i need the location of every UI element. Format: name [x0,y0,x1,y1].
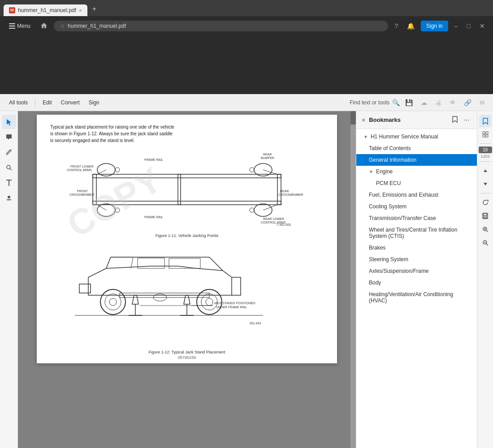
svg-text:7-301-003: 7-301-003 [277,223,291,226]
svg-point-48 [109,298,117,306]
svg-line-8 [10,168,12,170]
page-total: 1203 [480,154,489,159]
svg-point-39 [115,168,120,172]
tab-favicon [9,7,15,13]
svg-rect-5 [9,26,15,26]
tab-bar: hummer_h1_manuel.pdf × + [0,0,493,16]
scroll-up-button[interactable] [479,164,492,177]
bookmarks-list: ▼ H1 Hummer Service Manual Table of Cont… [356,129,477,448]
text-tool-button[interactable] [2,176,16,190]
help-button[interactable]: ? [392,21,401,31]
minimize-button[interactable]: – [452,21,461,31]
tab-title: hummer_h1_manuel.pdf [18,7,76,13]
address-bar: Menu ☆ hummer_h1_manuel.pdf ? 🔔 Sign in … [0,16,493,36]
sign-button[interactable]: Sign [85,98,103,108]
browser-chrome: hummer_h1_manuel.pdf × + Menu ☆ hummer_h… [0,0,493,94]
home-button[interactable] [38,20,50,32]
pdf-scrollbar-thumb[interactable] [350,111,356,125]
window-close-button[interactable]: ✕ [477,21,488,31]
bookmarks-panel: × Bookmarks ⋯ ▼ H1 Hummer Service Manual… [356,111,477,448]
svg-line-23 [97,205,106,210]
bookmark-general-information[interactable]: General Information [356,154,477,166]
bookmark-hvac[interactable]: Heating/Ventilation/Air Conditioning (HV… [356,289,477,306]
find-bar: Find text or tools 🔍 💾 ☁ 🖨 👁 🔗 ✉ [350,97,488,108]
link-button[interactable]: 🔗 [461,97,474,108]
all-tools-button[interactable]: All tools [5,98,31,108]
bookmark-body[interactable]: Body [356,277,477,289]
svg-point-7 [7,165,10,169]
edit-button[interactable]: Edit [39,98,56,108]
page-number: 05745159 [178,355,196,360]
sign-in-button[interactable]: Sign in [421,21,448,31]
left-sidebar [0,111,18,448]
cloud-save-button[interactable]: ☁ [418,97,430,108]
root-chevron-icon: ▼ [363,134,368,139]
restore-button[interactable]: □ [464,21,473,31]
bookmark-toc[interactable]: Table of Contents [356,142,477,154]
svg-rect-4 [9,23,15,24]
tab-close-button[interactable]: × [79,8,82,13]
svg-rect-2 [10,10,14,10]
svg-text:CROSSMEMBER: CROSSMEMBER [278,193,303,196]
svg-text:UNDER FRAME RAIL: UNDER FRAME RAIL [216,306,247,309]
share-button[interactable]: ✉ [477,97,488,108]
menu-button[interactable]: Menu [5,21,34,31]
print-button[interactable]: 🖨 [432,97,444,108]
pdf-scrollbar[interactable] [350,111,356,448]
draw-tool-button[interactable] [2,145,16,159]
bookmarks-panel-button[interactable] [479,115,492,127]
svg-text:CONTROL ARMS: CONTROL ARMS [67,168,92,172]
bookmark-engine[interactable]: ▼ Engine [356,166,477,177]
zoom-out-button[interactable] [479,237,492,249]
svg-rect-13 [93,174,281,178]
page-save-button[interactable] [479,210,492,222]
bookmark-fuel-emissions[interactable]: Fuel, Emissions and Exhaust [356,189,477,201]
bookmark-transmission[interactable]: Transmission/Transfer Case [356,212,477,224]
panel-header-left: × Bookmarks [362,116,401,124]
stamp-tool-button[interactable] [2,191,16,205]
bookmark-icon-button[interactable] [450,115,460,125]
toolbar-separator [35,99,35,107]
figure-1-12: JACK STANDS POSITIONED UNDER FRAME RAIL … [50,238,324,354]
pdf-page: COPY Typical jack stand placement for ra… [37,115,337,363]
svg-line-74 [486,244,488,246]
zoom-in-button[interactable] [479,223,492,236]
panel-more-button[interactable]: ⋯ [462,116,471,125]
panel-header-right: ⋯ [450,115,471,125]
svg-line-70 [486,230,488,232]
right-toolbar-separator-2 [480,161,491,162]
bookmark-cooling-system[interactable]: Cooling System [356,201,477,212]
read-aloud-button[interactable]: 👁 [447,97,458,108]
svg-rect-68 [484,217,487,218]
save-doc-button[interactable]: 💾 [402,97,415,108]
notifications-button[interactable]: 🔔 [404,21,417,31]
svg-rect-1 [10,9,14,9]
svg-rect-15 [93,174,96,205]
svg-rect-65 [486,135,488,137]
svg-text:FRONT: FRONT [77,190,88,193]
search-tool-button[interactable] [2,160,16,175]
svg-text:REAR LOWER: REAR LOWER [263,217,284,220]
address-input[interactable]: ☆ hummer_h1_manuel.pdf [54,21,388,31]
bookmark-brakes[interactable]: Brakes [356,242,477,254]
new-tab-button[interactable]: + [89,4,100,14]
scroll-down-button[interactable] [479,178,492,190]
active-tab[interactable]: hummer_h1_manuel.pdf × [4,4,87,16]
thumbnails-button[interactable] [479,128,492,141]
bookmark-wheel-tires[interactable]: Wheel and Tires/Central Tire Inflation S… [356,224,477,242]
comment-tool-button[interactable] [2,130,16,144]
svg-rect-45 [79,284,91,293]
bookmark-pcm-ecu[interactable]: PCM ECU [356,177,477,189]
pdf-viewer[interactable]: COPY Typical jack stand placement for ra… [18,111,356,448]
page-indicator: 18 [479,146,492,153]
bookmark-axles[interactable]: Axles/Suspension/Frame [356,265,477,277]
svg-text:FRAME RAIL: FRAME RAIL [144,215,163,219]
bookmark-root[interactable]: ▼ H1 Hummer Service Manual [356,131,477,142]
app-toolbar: All tools Edit Convert Sign Find text or… [0,94,493,111]
refresh-button[interactable] [479,196,492,209]
convert-button[interactable]: Convert [57,98,83,108]
panel-close-button[interactable]: × [362,116,365,124]
caption-1-12: Figure 1-12: Typical Jack Stand Placemen… [149,350,225,354]
select-tool-button[interactable] [2,115,16,129]
bookmark-steering[interactable]: Steering System [356,254,477,265]
